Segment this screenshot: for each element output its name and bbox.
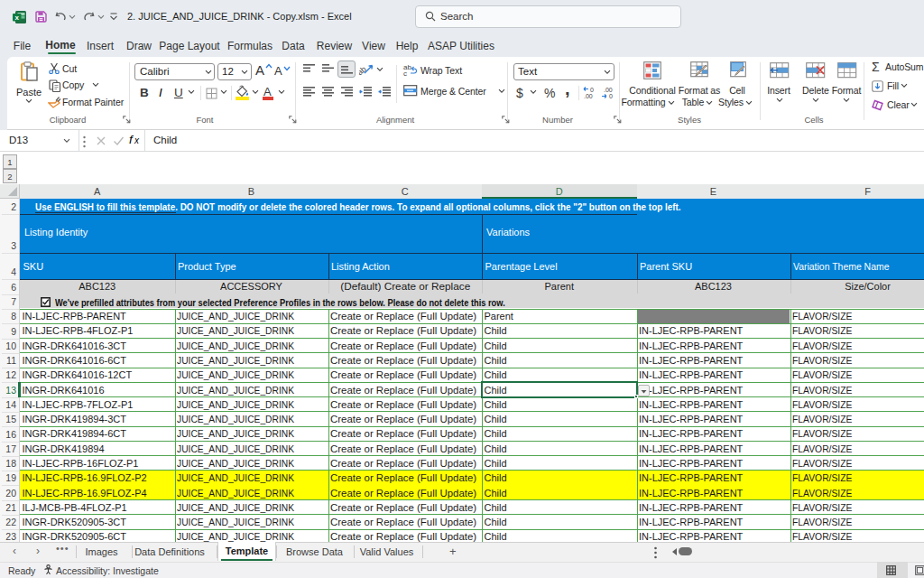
svg-text:x: x [14, 14, 19, 22]
svg-text:c: c [403, 70, 407, 76]
svg-text:0: 0 [609, 93, 613, 99]
svg-text:.00: .00 [584, 93, 593, 99]
svg-text:0: 0 [590, 87, 594, 93]
svg-text:.00: .00 [604, 87, 613, 93]
